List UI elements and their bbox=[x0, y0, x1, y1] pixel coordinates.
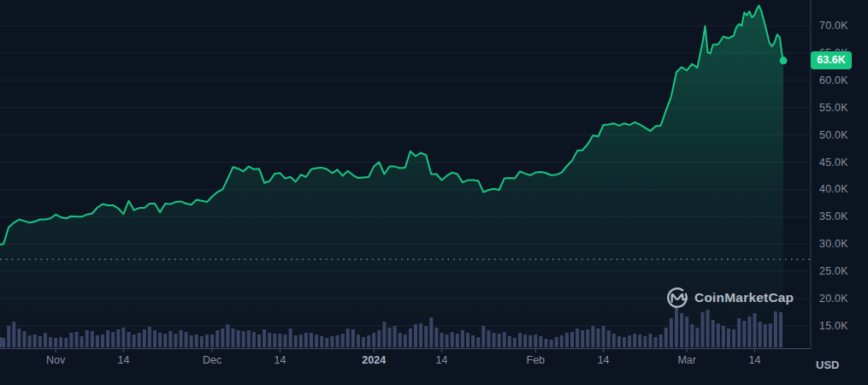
volume-bar bbox=[493, 333, 496, 347]
volume-bar bbox=[528, 335, 532, 347]
volume-bar bbox=[362, 337, 365, 347]
volume-bar bbox=[717, 323, 720, 347]
volume-bar bbox=[612, 334, 616, 347]
volume-bar bbox=[38, 336, 42, 347]
volume-bar bbox=[330, 336, 334, 347]
volume-bar bbox=[7, 326, 10, 347]
volume-bar bbox=[399, 333, 402, 347]
volume-bar bbox=[221, 329, 224, 347]
volume-bar bbox=[503, 332, 506, 347]
volume-bar bbox=[320, 336, 323, 347]
volume-bar bbox=[49, 337, 52, 347]
volume-bar bbox=[555, 337, 558, 347]
volume-bar bbox=[649, 334, 652, 347]
volume-bar bbox=[284, 335, 287, 347]
volume-bar bbox=[346, 329, 350, 347]
volume-bar bbox=[59, 337, 62, 347]
volume-bar bbox=[638, 335, 641, 347]
volume-bar bbox=[424, 326, 428, 347]
volume-bar bbox=[446, 335, 449, 347]
btc-price-chart: CoinMarketCap 70.0K65.0K60.0K55.0K50.0K4… bbox=[0, 0, 868, 385]
volume-bar bbox=[722, 326, 725, 347]
volume-bar bbox=[409, 329, 412, 347]
volume-bar bbox=[695, 328, 699, 347]
volume-bar bbox=[456, 334, 459, 347]
volume-bar bbox=[28, 335, 32, 347]
volume-bar bbox=[341, 334, 345, 347]
x-axis-label: Feb bbox=[527, 354, 546, 366]
chart-canvas[interactable] bbox=[0, 0, 868, 385]
volume-bar bbox=[116, 329, 120, 347]
volume-bar bbox=[508, 336, 511, 347]
volume-bar bbox=[195, 335, 198, 347]
volume-bar bbox=[779, 312, 782, 347]
volume-bar bbox=[190, 335, 193, 347]
x-axis-label: 2024 bbox=[362, 354, 386, 366]
volume-bar bbox=[226, 324, 229, 347]
x-axis-label: Mar bbox=[677, 354, 696, 366]
volume-bar bbox=[69, 333, 73, 347]
volume-bar bbox=[138, 333, 141, 347]
volume-bar bbox=[210, 335, 214, 347]
volume-bar bbox=[336, 335, 340, 347]
y-axis-label: 45.0K bbox=[819, 157, 848, 169]
y-axis-label: 25.0K bbox=[819, 265, 848, 277]
volume-bar bbox=[393, 326, 397, 347]
volume-bar bbox=[299, 335, 303, 347]
volume-bar bbox=[701, 312, 705, 347]
volume-bar bbox=[518, 333, 522, 347]
volume-bar bbox=[774, 311, 777, 347]
x-axis-label: Dec bbox=[203, 354, 221, 366]
volume-bar bbox=[419, 323, 422, 347]
volume-bar bbox=[628, 335, 631, 347]
volume-bar bbox=[367, 335, 370, 347]
volume-bar bbox=[659, 335, 663, 347]
watermark-text: CoinMarketCap bbox=[694, 290, 794, 305]
x-axis-label: Nov bbox=[46, 354, 65, 366]
volume-bar bbox=[163, 334, 167, 347]
volume-bar bbox=[158, 333, 162, 347]
volume-bar bbox=[315, 335, 318, 347]
volume-bar bbox=[732, 329, 735, 347]
x-axis-label: 14 bbox=[749, 354, 761, 366]
volume-bar bbox=[2, 338, 5, 347]
volume-bar bbox=[623, 337, 626, 347]
volume-bar bbox=[377, 330, 381, 347]
volume-bar bbox=[545, 339, 548, 347]
volume-bar bbox=[33, 335, 37, 347]
volume-bar bbox=[539, 336, 542, 347]
current-price-badge: 63.6K bbox=[811, 51, 852, 69]
y-axis-label: 20.0K bbox=[819, 293, 848, 305]
volume-bar bbox=[91, 331, 94, 347]
volume-bar bbox=[434, 328, 438, 347]
volume-bar bbox=[690, 324, 694, 347]
volume-bar bbox=[44, 333, 47, 347]
volume-bar bbox=[670, 318, 673, 347]
volume-bar bbox=[597, 329, 600, 347]
currency-unit-label: USD bbox=[816, 358, 839, 371]
volume-bar bbox=[617, 336, 621, 347]
volume-bar bbox=[148, 327, 151, 347]
volume-bar bbox=[706, 310, 710, 347]
last-price-dot bbox=[780, 56, 788, 64]
volume-bar bbox=[232, 329, 235, 347]
volume-bar bbox=[174, 334, 177, 347]
volume-bar bbox=[759, 322, 762, 347]
volume-bar bbox=[101, 335, 104, 347]
volume-bar bbox=[351, 329, 355, 347]
volume-bar bbox=[570, 332, 574, 347]
y-axis-label: 55.0K bbox=[819, 102, 848, 114]
volume-bar bbox=[80, 336, 84, 347]
x-axis-label: 14 bbox=[436, 354, 448, 366]
volume-bar bbox=[550, 340, 553, 347]
volume-bar bbox=[747, 317, 751, 347]
volume-bar bbox=[64, 338, 68, 347]
volume-bar bbox=[471, 335, 475, 347]
volume-bar bbox=[643, 336, 647, 347]
volume-bar bbox=[560, 335, 564, 347]
volume-bar bbox=[310, 333, 313, 347]
volume-bar bbox=[180, 330, 183, 347]
volume-bar bbox=[96, 335, 99, 347]
volume-bar bbox=[602, 326, 605, 347]
volume-bar bbox=[382, 322, 386, 347]
